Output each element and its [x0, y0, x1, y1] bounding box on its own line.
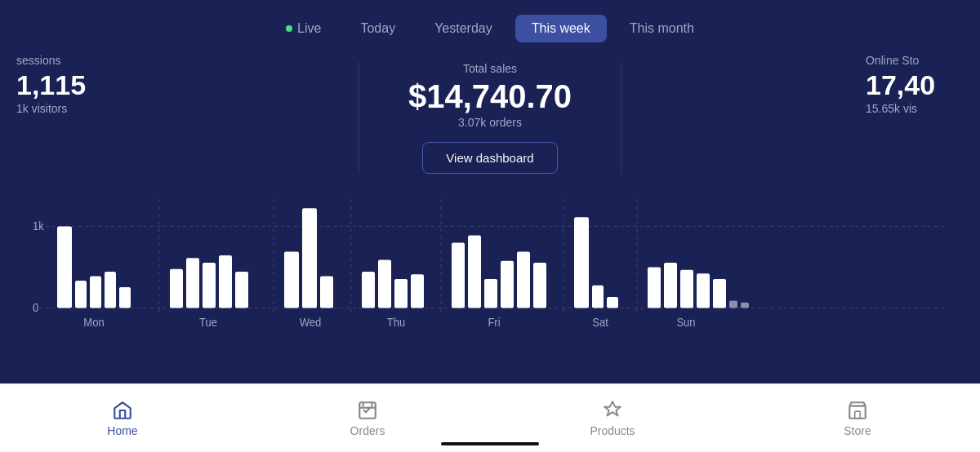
svg-rect-26 — [411, 274, 424, 308]
svg-rect-18 — [284, 252, 299, 308]
tab-yesterday[interactable]: Yesterday — [418, 15, 509, 42]
nav-store-label: Store — [844, 424, 871, 437]
orders-icon — [357, 400, 378, 421]
nav-item-products[interactable]: Products — [490, 400, 735, 437]
svg-rect-20 — [320, 277, 333, 308]
svg-rect-32 — [501, 261, 514, 308]
svg-rect-33 — [517, 252, 530, 308]
svg-text:Thu: Thu — [387, 316, 405, 329]
svg-text:Sun: Sun — [676, 316, 695, 329]
svg-rect-11 — [170, 269, 183, 308]
main-dashboard: Live Today Yesterday This week This mont… — [0, 0, 980, 383]
svg-rect-34 — [533, 263, 546, 308]
svg-text:Wed: Wed — [300, 316, 321, 329]
svg-rect-31 — [484, 279, 497, 308]
stat-online-sub: 15.65k vis — [866, 102, 980, 115]
svg-text:Sat: Sat — [592, 316, 608, 329]
tab-live[interactable]: Live — [270, 15, 337, 42]
view-dashboard-button[interactable]: View dashboard — [422, 142, 557, 174]
svg-rect-52 — [849, 405, 866, 418]
live-dot-icon — [286, 25, 292, 32]
nav-home-label: Home — [107, 424, 137, 437]
svg-text:Tue: Tue — [199, 316, 217, 329]
stat-sessions-label: sessions — [16, 54, 131, 67]
stat-sessions-value: 1,115 — [16, 70, 131, 100]
svg-rect-23 — [362, 272, 375, 308]
svg-text:Fri: Fri — [488, 316, 500, 329]
tab-thisweek[interactable]: This week — [515, 15, 607, 42]
nav-orders-label: Orders — [350, 424, 385, 437]
svg-rect-5 — [75, 281, 87, 308]
stat-sessions: sessions 1,115 1k visitors — [0, 54, 131, 115]
nav-item-orders[interactable]: Orders — [245, 400, 490, 437]
nav-products-label: Products — [590, 424, 635, 437]
svg-rect-47 — [729, 301, 737, 308]
svg-rect-29 — [452, 242, 465, 308]
tab-thismonth[interactable]: This month — [613, 15, 710, 42]
tab-today[interactable]: Today — [344, 15, 412, 42]
svg-rect-30 — [468, 236, 481, 308]
svg-rect-45 — [697, 273, 710, 308]
svg-rect-24 — [378, 260, 391, 308]
svg-text:0: 0 — [33, 301, 39, 314]
svg-rect-48 — [741, 303, 749, 308]
stat-total-sales: Total sales $14,740.70 3.07k orders View… — [359, 62, 621, 174]
svg-rect-43 — [664, 263, 677, 308]
svg-rect-13 — [203, 263, 216, 308]
stat-totalsales-value: $14,740.70 — [408, 78, 572, 114]
chart-svg: 1k 0 Mon Tue — [33, 190, 947, 353]
svg-rect-6 — [90, 277, 101, 308]
home-indicator — [441, 442, 539, 445]
svg-rect-25 — [394, 279, 408, 308]
svg-rect-44 — [680, 270, 693, 308]
stat-online-label: Online Sto — [866, 54, 980, 67]
svg-rect-39 — [607, 297, 618, 308]
stat-totalsales-label: Total sales — [463, 62, 517, 75]
stat-online-store: Online Sto 17,40 15.65k vis — [849, 54, 980, 115]
svg-rect-53 — [855, 411, 861, 419]
svg-rect-7 — [105, 272, 116, 308]
tab-bar: Live Today Yesterday This week This mont… — [0, 0, 980, 54]
nav-item-home[interactable]: Home — [0, 400, 245, 437]
svg-rect-4 — [57, 226, 72, 308]
stat-sessions-sub: 1k visitors — [16, 102, 131, 115]
nav-item-store[interactable]: Store — [735, 400, 980, 437]
store-icon — [847, 400, 868, 421]
svg-text:Mon: Mon — [83, 316, 104, 329]
stat-totalsales-sub: 3.07k orders — [458, 116, 522, 129]
bottom-nav: Home Orders Products Store — [0, 383, 980, 452]
svg-rect-19 — [302, 208, 317, 308]
home-icon — [112, 400, 133, 421]
stat-online-value: 17,40 — [866, 70, 980, 100]
svg-rect-8 — [119, 287, 131, 308]
products-icon — [602, 400, 623, 421]
bar-chart: 1k 0 Mon Tue — [0, 190, 980, 353]
svg-rect-38 — [592, 286, 604, 308]
svg-rect-46 — [713, 279, 726, 308]
svg-rect-15 — [235, 272, 248, 308]
svg-rect-14 — [219, 255, 232, 308]
svg-rect-37 — [574, 217, 589, 308]
svg-rect-42 — [648, 267, 661, 308]
svg-text:1k: 1k — [33, 219, 44, 233]
svg-rect-12 — [186, 258, 199, 308]
